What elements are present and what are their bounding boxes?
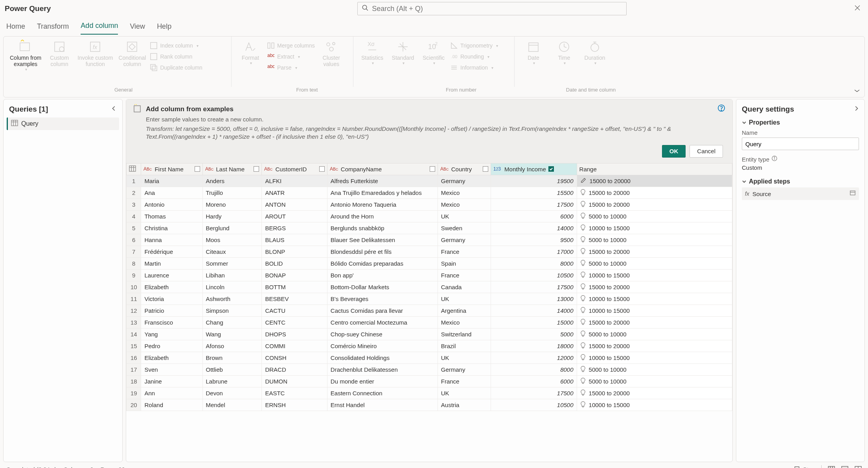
range-cell[interactable]: 10000 to 15000 — [577, 222, 732, 234]
col-country[interactable]: ABCCountry — [438, 163, 491, 175]
cell[interactable]: Citeaux — [202, 246, 262, 257]
cell[interactable]: Antonio Moreno Taqueria — [327, 198, 438, 210]
range-cell[interactable]: 10000 to 15000 — [577, 352, 732, 363]
rounding-button[interactable]: .00Rounding▾ — [450, 51, 498, 62]
range-cell[interactable]: 5000 to 10000 — [577, 234, 732, 246]
cell[interactable]: Austria — [438, 399, 491, 411]
statistics-button[interactable]: ΧσStatistics▾ — [358, 39, 386, 66]
step-settings-icon[interactable] — [850, 190, 856, 198]
cell[interactable]: BLAUS — [262, 234, 327, 246]
range-cell[interactable]: 15000 to 20000 — [577, 387, 732, 399]
cell[interactable]: Berglunds snabbköp — [327, 222, 438, 234]
cell[interactable]: Mexico — [438, 316, 491, 328]
cell[interactable]: Brazil — [438, 340, 491, 352]
info-icon[interactable] — [772, 156, 777, 163]
range-cell[interactable]: 15000 to 20000 — [577, 198, 732, 210]
cell[interactable]: BONAP — [262, 269, 327, 281]
row-number[interactable]: 14 — [127, 328, 141, 340]
cell[interactable]: ERNSH — [262, 399, 327, 411]
cell[interactable]: UK — [438, 387, 491, 399]
range-cell[interactable]: 5000 to 10000 — [577, 328, 732, 340]
cell[interactable]: Frédérique — [141, 246, 202, 257]
cell[interactable]: DHOPS — [262, 328, 327, 340]
ok-button[interactable]: OK — [662, 145, 686, 158]
range-cell[interactable]: 5000 to 10000 — [577, 210, 732, 222]
cell[interactable]: Ann — [141, 387, 202, 399]
range-cell[interactable]: 15000 to 20000 — [577, 187, 732, 198]
cell[interactable]: Janine — [141, 375, 202, 387]
cell[interactable]: 14000 — [491, 222, 577, 234]
cell[interactable]: ALFKI — [262, 175, 327, 187]
cell[interactable]: EASTC — [262, 387, 327, 399]
cell[interactable]: AROUT — [262, 210, 327, 222]
index-column-button[interactable]: Index column▾ — [150, 40, 202, 51]
cell[interactable]: 13000 — [491, 293, 577, 305]
cell[interactable]: DRACD — [262, 363, 327, 375]
row-number[interactable]: 5 — [127, 222, 141, 234]
row-number[interactable]: 13 — [127, 316, 141, 328]
cell[interactable]: B's Beverages — [327, 293, 438, 305]
table-row[interactable]: 10ElizabethLincolnBOTTMBottom-Dollar Mar… — [127, 281, 732, 293]
scientific-button[interactable]: 102Scientific▾ — [419, 39, 448, 66]
cell[interactable]: Afonso — [202, 340, 262, 352]
cell[interactable]: Roland — [141, 399, 202, 411]
tab-help[interactable]: Help — [157, 22, 171, 35]
row-number[interactable]: 7 — [127, 246, 141, 257]
standard-button[interactable]: Standard▾ — [389, 39, 417, 66]
cell[interactable]: Du monde entier — [327, 375, 438, 387]
column-checkbox[interactable] — [254, 166, 259, 172]
col-company-name[interactable]: ABCCompanyName — [327, 163, 438, 175]
range-cell[interactable]: 15000 to 20000 — [577, 246, 732, 257]
rank-column-button[interactable]: Rank column — [150, 51, 202, 62]
applied-steps-section[interactable]: Applied steps — [742, 178, 859, 185]
range-cell[interactable]: 15000 to 20000 — [577, 316, 732, 328]
cell[interactable]: 18000 — [491, 340, 577, 352]
cell[interactable]: Elizabeth — [141, 352, 202, 363]
table-row[interactable]: 1MariaAndersALFKIAlfreds FutterkisteGerm… — [127, 175, 732, 187]
cell[interactable]: Yang — [141, 328, 202, 340]
row-number[interactable]: 2 — [127, 187, 141, 198]
cell[interactable]: Victoria — [141, 293, 202, 305]
column-checkbox[interactable] — [483, 166, 488, 172]
parse-button[interactable]: abcParse▾ — [267, 62, 315, 73]
cell[interactable]: Blondesddsl pére et fils — [327, 246, 438, 257]
cell[interactable]: Blauer See Delikatessen — [327, 234, 438, 246]
cell[interactable]: 15000 — [491, 316, 577, 328]
cell[interactable]: Germany — [438, 175, 491, 187]
row-number[interactable]: 15 — [127, 340, 141, 352]
row-number[interactable]: 8 — [127, 257, 141, 269]
cell[interactable]: Brown — [202, 352, 262, 363]
diagram-view-button[interactable] — [855, 466, 862, 468]
column-checkbox[interactable] — [430, 166, 435, 172]
col-monthly-income[interactable]: 123Monthly Income — [491, 163, 577, 175]
cell[interactable]: 6000 — [491, 210, 577, 222]
row-number[interactable]: 12 — [127, 305, 141, 316]
cell[interactable]: Cactus Comidas para llevar — [327, 305, 438, 316]
range-cell[interactable]: 5000 to 10000 — [577, 363, 732, 375]
row-number[interactable]: 11 — [127, 293, 141, 305]
cell[interactable]: CACTU — [262, 305, 327, 316]
col-first-name[interactable]: ABCFirst Name — [141, 163, 202, 175]
cell[interactable]: Devon — [202, 387, 262, 399]
col-customer-id[interactable]: ABCCustomerID — [262, 163, 327, 175]
cell[interactable]: Sweden — [438, 222, 491, 234]
collapse-queries-icon[interactable] — [111, 106, 117, 113]
cell[interactable]: 8000 — [491, 257, 577, 269]
help-icon[interactable] — [717, 104, 725, 114]
row-number[interactable]: 4 — [127, 210, 141, 222]
cell[interactable]: Laurence — [141, 269, 202, 281]
tab-transform[interactable]: Transform — [37, 22, 69, 35]
table-row[interactable]: 9LaurenceLibihanBONAPBon app'France10500… — [127, 269, 732, 281]
extract-button[interactable]: abcExtract▾ — [267, 51, 315, 62]
trigonometry-button[interactable]: Trigonometry▾ — [450, 40, 498, 51]
select-all-corner[interactable] — [127, 163, 141, 175]
cancel-button[interactable]: Cancel — [690, 145, 723, 158]
cell[interactable]: COMMI — [262, 340, 327, 352]
cell[interactable]: Argentina — [438, 305, 491, 316]
cell[interactable]: Moreno — [202, 198, 262, 210]
information-button[interactable]: Information▾ — [450, 62, 498, 73]
range-cell[interactable]: 10000 to 15000 — [577, 399, 732, 411]
table-row[interactable]: 18JanineLabruneDUMONDu monde entierFranc… — [127, 375, 732, 387]
list-view-button[interactable] — [841, 466, 848, 468]
cell[interactable]: Moos — [202, 234, 262, 246]
